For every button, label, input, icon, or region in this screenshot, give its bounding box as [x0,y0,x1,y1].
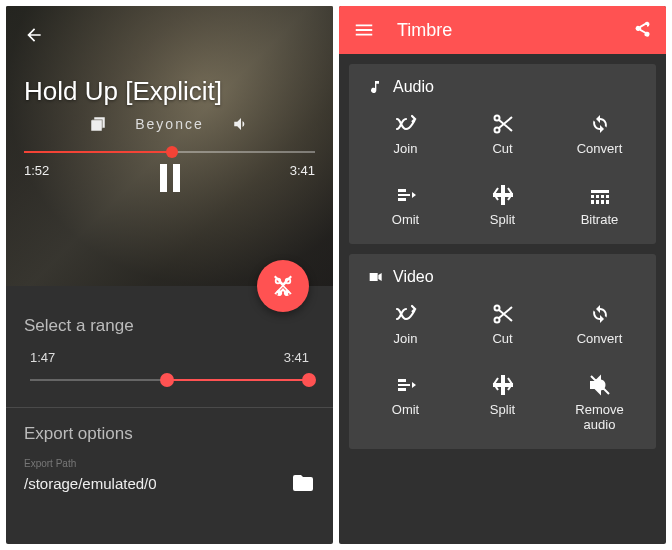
album-art-icon[interactable] [89,115,107,133]
video-card: Video Join Cut Convert Omit Split [349,254,656,449]
menu-icon[interactable] [353,19,375,41]
cut-fab-button[interactable] [257,260,309,312]
audio-card: Audio Join Cut Convert Omit Split [349,64,656,244]
range-slider[interactable] [30,379,309,381]
export-path-label: Export Path [24,458,315,469]
export-section: Export options Export Path /storage/emul… [6,408,333,503]
editor-screen: Hold Up [Explicit] Beyonce 1:52 3:41 [6,6,333,544]
track-artist: Beyonce [135,116,203,132]
svg-point-4 [494,305,499,310]
video-omit-tile[interactable]: Omit [357,367,454,439]
cut-icon [491,112,515,136]
omit-icon [394,183,418,207]
bitrate-icon [588,183,612,207]
svg-point-2 [494,116,499,121]
share-icon[interactable] [632,20,652,40]
track-meta: Beyonce [24,115,315,133]
cut-icon [491,302,515,326]
audio-omit-tile[interactable]: Omit [357,177,454,234]
home-screen: Timbre Audio Join Cut Convert [339,6,666,544]
svg-point-5 [494,317,499,322]
svg-point-3 [494,128,499,133]
audio-section-title: Audio [393,78,434,96]
convert-icon [588,302,612,326]
player-area: Hold Up [Explicit] Beyonce 1:52 3:41 [6,6,333,286]
mute-icon [588,373,612,397]
audio-split-tile[interactable]: Split [454,177,551,234]
pause-button[interactable] [160,164,180,192]
video-icon [367,269,383,285]
audio-join-tile[interactable]: Join [357,106,454,163]
video-split-tile[interactable]: Split [454,367,551,439]
note-icon [367,79,383,95]
appbar: Timbre [339,6,666,54]
playback-progress[interactable] [24,151,315,153]
folder-icon[interactable] [291,471,315,495]
track-title: Hold Up [Explicit] [24,76,315,107]
join-icon [394,302,418,326]
join-icon [394,112,418,136]
export-title: Export options [24,424,315,444]
split-icon [491,373,515,397]
omit-icon [394,373,418,397]
video-section-title: Video [393,268,434,286]
range-start: 1:47 [30,350,55,365]
video-remove-audio-tile[interactable]: Remove audio [551,367,648,439]
audio-convert-tile[interactable]: Convert [551,106,648,163]
video-convert-tile[interactable]: Convert [551,296,648,353]
range-thumb-start[interactable] [160,373,174,387]
split-icon [491,183,515,207]
video-cut-tile[interactable]: Cut [454,296,551,353]
export-path-value: /storage/emulated/0 [24,475,281,492]
app-title: Timbre [397,20,452,41]
range-title: Select a range [24,316,315,336]
audio-cut-tile[interactable]: Cut [454,106,551,163]
volume-icon[interactable] [232,115,250,133]
range-end: 3:41 [284,350,309,365]
video-join-tile[interactable]: Join [357,296,454,353]
back-icon[interactable] [24,25,44,45]
convert-icon [588,112,612,136]
audio-bitrate-tile[interactable]: Bitrate [551,177,648,234]
range-thumb-end[interactable] [302,373,316,387]
